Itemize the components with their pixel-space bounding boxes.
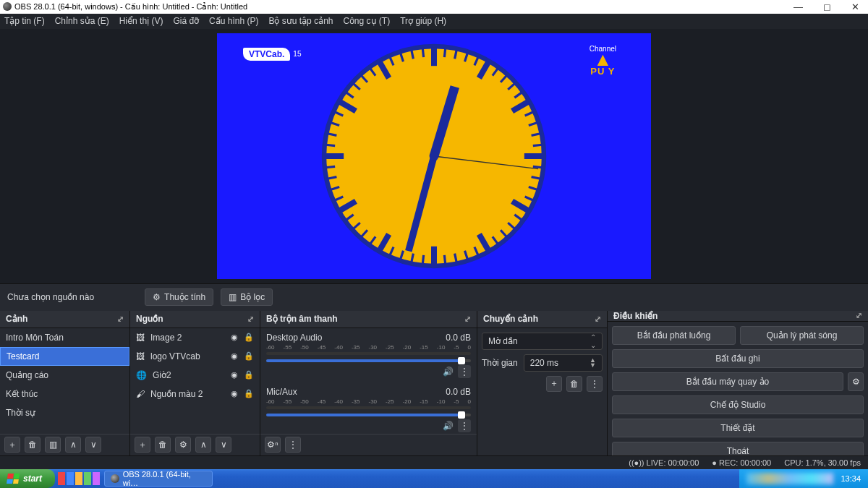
start-virtual-cam-button[interactable]: Bắt đầu máy quay ảo (612, 372, 843, 391)
controls-title: Điều khiển (613, 311, 658, 321)
logo-vtvcab: VTVCab. 15 (243, 48, 301, 61)
properties-button[interactable]: ⚙ Thuộc tính (145, 288, 213, 306)
scene-item[interactable]: Intro Môn Toán (0, 328, 129, 347)
popout-icon[interactable]: ⤢ (117, 314, 124, 324)
duration-spinbox[interactable]: 220 ms ▲▼ (524, 354, 603, 372)
menubar: Tập tin (F) Chỉnh sửa (E) Hiển thị (V) G… (0, 14, 868, 29)
move-source-up-button[interactable]: ∧ (195, 437, 211, 453)
sources-panel: Nguồn ⤢ 🖼 Image 2 ◉ 🔒🖼 logo VTVcab ◉ 🔒🌐 … (130, 311, 260, 455)
svg-line-32 (422, 255, 423, 265)
visibility-icon[interactable]: ◉ (231, 351, 238, 361)
speaker-icon[interactable]: 🔊 (443, 367, 454, 377)
statusbar: ((●)) LIVE: 00:00:00 ● REC: 00:00:00 CPU… (0, 455, 868, 469)
source-item[interactable]: 🖼 Image 2 ◉ 🔒 (130, 328, 260, 347)
obs-app-icon (3, 2, 12, 11)
close-button[interactable]: ✕ (851, 1, 859, 12)
svg-line-15 (533, 145, 542, 145)
popout-icon[interactable]: ⤢ (247, 314, 254, 324)
move-scene-up-button[interactable]: ∧ (65, 437, 81, 453)
lock-icon[interactable]: 🔒 (244, 333, 254, 342)
transition-select[interactable]: Mờ dần ⌃⌄ (482, 333, 603, 350)
preview-area[interactable]: VTVCab. 15 Channel ▲ PU Y (0, 29, 868, 283)
minimize-button[interactable]: — (793, 1, 803, 12)
menu-file[interactable]: Tập tin (F) (4, 16, 45, 26)
channel-menu-button[interactable]: ⋮ (458, 365, 471, 378)
logo-channel-v: Channel ▲ PU Y (590, 45, 616, 77)
start-streaming-button[interactable]: Bắt đầu phát luồng (612, 326, 736, 345)
channel-menu-button[interactable]: ⋮ (458, 419, 471, 432)
mixer-channel: Mic/Aux 0.0 dB -60-55-50-45-40-35-30-25-… (260, 382, 477, 434)
sources-title: Nguồn (136, 314, 163, 324)
visibility-icon[interactable]: ◉ (231, 370, 238, 380)
source-properties-button[interactable]: ⚙ (175, 437, 191, 453)
db-scale: -60-55-50-45-40-35-30-25-20-15-10-50 (266, 344, 471, 351)
channel-db: 0.0 dB (446, 333, 471, 343)
transitions-title: Chuyển cảnh (483, 314, 538, 324)
start-recording-button[interactable]: Bất đầu ghi (612, 349, 864, 368)
source-type-icon: 🌐 (136, 370, 147, 380)
channel-name: Mic/Aux (266, 387, 297, 397)
scene-item[interactable]: Testcard (0, 347, 129, 366)
move-source-down-button[interactable]: ∨ (216, 437, 231, 453)
status-rec: ● REC: 00:00:00 (712, 458, 771, 467)
transition-menu-button[interactable]: ⋮ (587, 376, 603, 392)
speaker-icon[interactable]: 🔊 (443, 421, 454, 431)
menu-profile[interactable]: Cấu hình (P) (209, 16, 258, 26)
window-titlebar: OBS 28.0.1 (64-bit, windows) - Cấu hình:… (0, 0, 868, 14)
source-label: Giờ2 (153, 370, 171, 380)
maximize-button[interactable]: ◻ (823, 1, 831, 12)
popout-icon[interactable]: ⤢ (595, 314, 601, 324)
add-transition-button[interactable]: ＋ (546, 376, 562, 392)
delete-transition-button[interactable]: 🗑 (566, 376, 582, 392)
menu-help[interactable]: Trợ giúp (H) (400, 16, 446, 26)
manage-broadcast-button[interactable]: Quản lý phát sóng (740, 326, 864, 345)
settings-button[interactable]: Thiết đặt (612, 419, 864, 437)
taskbar-item-obs[interactable]: OBS 28.0.1 (64-bit, wi… (104, 471, 213, 487)
virtual-cam-settings-button[interactable]: ⚙ (848, 372, 864, 391)
popout-icon[interactable]: ⤢ (856, 311, 862, 320)
lock-icon[interactable]: 🔒 (244, 351, 254, 361)
add-scene-button[interactable]: ＋ (4, 437, 20, 453)
delete-source-button[interactable]: 🗑 (155, 437, 171, 453)
filters-button[interactable]: ▥ Bộ lọc (221, 288, 273, 306)
window-title: OBS 28.0.1 (64-bit, windows) - Cấu hình:… (14, 2, 247, 12)
channel-name: Desktop Audio (266, 333, 322, 343)
source-type-icon: 🖼 (136, 351, 145, 361)
popout-icon[interactable]: ⤢ (464, 314, 471, 324)
start-button[interactable]: start (0, 469, 55, 488)
windows-flag-icon (7, 474, 20, 484)
scene-item[interactable]: Thời sự (0, 403, 129, 422)
add-source-button[interactable]: ＋ (135, 437, 150, 453)
visibility-icon[interactable]: ◉ (231, 333, 238, 342)
studio-mode-button[interactable]: Chế độ Studio (612, 395, 864, 414)
lock-icon[interactable]: 🔒 (244, 389, 254, 398)
move-scene-down-button[interactable]: ∨ (85, 437, 101, 453)
system-tray[interactable]: 13:34 (739, 469, 868, 488)
volume-slider[interactable] (266, 414, 471, 416)
menu-scene-collection[interactable]: Bộ sưu tập cảnh (268, 16, 333, 26)
transitions-panel: Chuyển cảnh ⤢ Mờ dần ⌃⌄ Thời gian 220 ms… (477, 311, 608, 455)
scene-filters-button[interactable]: ▥ (45, 437, 61, 453)
menu-dock[interactable]: Giá đỡ (173, 16, 199, 26)
tray-icons[interactable] (746, 473, 833, 484)
scene-item[interactable]: Quảng cáo (0, 366, 129, 385)
mixer-menu-button[interactable]: ⋮ (285, 437, 301, 453)
advanced-audio-button[interactable]: ⚙ⁿ (265, 437, 281, 453)
volume-slider[interactable] (266, 359, 471, 362)
menu-tools[interactable]: Công cụ (T) (343, 16, 390, 26)
audio-meter (266, 352, 471, 355)
source-item[interactable]: 🌐 Giờ2 ◉ 🔒 (130, 366, 260, 385)
source-item[interactable]: 🖼 logo VTVcab ◉ 🔒 (130, 347, 260, 366)
quick-launch[interactable] (58, 472, 100, 485)
visibility-icon[interactable]: ◉ (231, 389, 238, 398)
delete-scene-button[interactable]: 🗑 (25, 437, 41, 453)
menu-view[interactable]: Hiển thị (V) (119, 16, 163, 26)
audio-meter (266, 406, 471, 409)
source-label: Nguồn màu 2 (150, 389, 203, 399)
spinner-arrows-icon: ▲▼ (590, 358, 596, 368)
source-item[interactable]: 🖌 Nguồn màu 2 ◉ 🔒 (130, 385, 260, 403)
scene-item[interactable]: Kết thúc (0, 385, 129, 403)
menu-edit[interactable]: Chỉnh sửa (E) (55, 16, 109, 26)
lock-icon[interactable]: 🔒 (244, 370, 254, 380)
mixer-title: Bộ trộn âm thanh (266, 314, 338, 324)
